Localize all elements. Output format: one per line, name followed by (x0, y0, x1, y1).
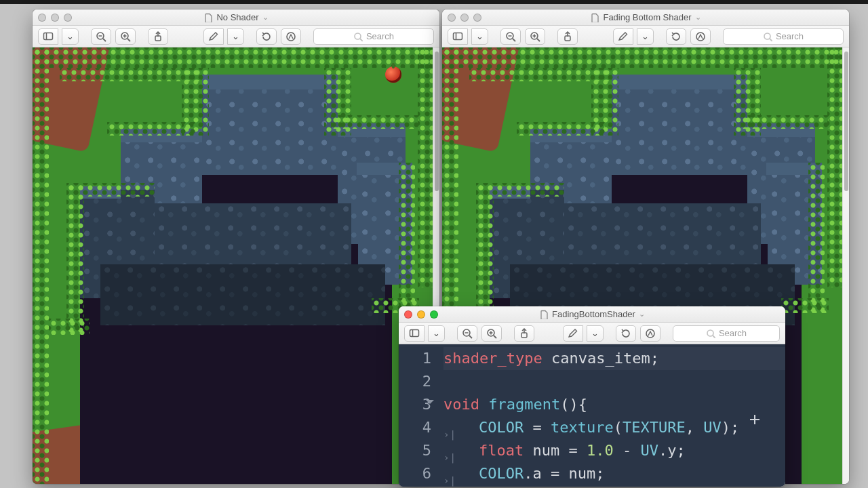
markup-toggle-button[interactable] (281, 28, 301, 45)
window-title: No Shader (216, 12, 258, 22)
code-line[interactable]: ›|float num = 1.0 - UV.y; (443, 439, 785, 462)
code-token-num: 1.0 (587, 442, 614, 459)
search-input[interactable]: Search (313, 28, 434, 45)
code-token-op: ; (650, 350, 659, 367)
markup-pencil-button[interactable] (613, 28, 633, 45)
search-placeholder: Search (776, 31, 804, 41)
rotate-button[interactable] (616, 325, 636, 342)
code-token-op: ( (614, 419, 623, 436)
code-token-op: = (524, 419, 551, 436)
sidebar-button[interactable] (38, 28, 58, 45)
code-token-var: canvas_item (542, 350, 650, 367)
chevron-down-icon[interactable]: ⌄ (262, 13, 269, 22)
code-token-fn: fragment (488, 396, 560, 413)
code-line[interactable]: void fragment(){ (443, 393, 785, 416)
chevron-down-icon[interactable]: ⌄ (695, 13, 701, 22)
code-area[interactable]: 123456 shader_type canvas_item;void frag… (399, 344, 785, 487)
code-line[interactable]: shader_type canvas_item; (443, 347, 785, 370)
markup-dropdown[interactable]: ⌄ (587, 325, 604, 342)
window-no-shader: No Shader ⌄ ⌄ ⌄ Search (33, 9, 439, 484)
code-token-op: .a = num; (524, 465, 604, 482)
sidebar-button[interactable] (404, 325, 425, 342)
rotate-button[interactable] (256, 28, 277, 45)
code-token-op: , (686, 419, 704, 436)
text-cursor-icon (750, 415, 760, 424)
code-line[interactable]: ›|COLOR = texture(TEXTURE, UV); (443, 416, 785, 439)
code-token-const: COLOR (479, 419, 524, 436)
search-input[interactable]: Search (723, 28, 844, 45)
chevron-down-icon[interactable]: ⌄ (639, 310, 645, 319)
toolbar: ⌄ ⌄ Search (399, 323, 785, 344)
zoom-dot-inactive[interactable] (64, 14, 72, 22)
zoom-in-button[interactable] (481, 325, 502, 342)
toolbar: ⌄ ⌄ Search (442, 26, 849, 47)
zoom-out-button[interactable] (500, 28, 521, 45)
titlebar[interactable]: Fading Bottom Shader ⌄ (442, 9, 849, 26)
close-dot[interactable] (404, 310, 412, 319)
search-icon (353, 32, 363, 41)
code-token-kw: shader_type (443, 350, 542, 367)
top-app-strip (0, 0, 868, 4)
zoom-in-button[interactable] (115, 28, 136, 45)
share-button[interactable] (514, 325, 534, 342)
minimize-dot-inactive[interactable] (51, 14, 59, 22)
zoom-out-button[interactable] (457, 325, 477, 342)
code-token-fn: texture (551, 419, 614, 436)
code-token-const: UV (640, 442, 658, 459)
code-token-op: (){ (560, 396, 587, 413)
preview-viewport[interactable] (33, 47, 433, 484)
markup-dropdown[interactable]: ⌄ (637, 28, 654, 45)
window-title: FadingBottomShader (552, 309, 635, 319)
code-token-var: num (524, 442, 568, 459)
search-placeholder: Search (719, 328, 747, 338)
line-number: 3 (399, 393, 431, 416)
share-button[interactable] (148, 28, 168, 45)
window-title: Fading Bottom Shader (603, 12, 691, 22)
sidebar-dropdown[interactable]: ⌄ (62, 28, 79, 45)
code-token-const: COLOR (479, 465, 524, 482)
code-token-kw: float (479, 442, 524, 459)
titlebar[interactable]: No Shader ⌄ (33, 9, 439, 26)
code-line[interactable]: ›|COLOR.a = num; (443, 462, 785, 485)
markup-toggle-button[interactable] (640, 325, 660, 342)
code-token-const: UV (703, 419, 722, 436)
search-icon (763, 32, 772, 41)
code-gutter: 123456 (399, 347, 438, 487)
titlebar[interactable]: FadingBottomShader ⌄ (399, 306, 785, 323)
rotate-button[interactable] (666, 28, 686, 45)
code-token-kw: void (443, 396, 479, 413)
minimize-dot-inactive[interactable] (460, 14, 469, 22)
markup-dropdown[interactable]: ⌄ (227, 28, 244, 45)
zoom-in-button[interactable] (525, 28, 545, 45)
window-code-editor: FadingBottomShader ⌄ ⌄ ⌄ Search 123456 s… (399, 306, 785, 487)
document-icon (539, 310, 549, 319)
markup-pencil-button[interactable] (203, 28, 224, 45)
line-number: 1 (399, 347, 431, 370)
search-placeholder: Search (366, 31, 394, 41)
sidebar-button[interactable] (448, 28, 468, 45)
zoom-dot[interactable] (430, 310, 438, 319)
zoom-out-button[interactable] (91, 28, 111, 45)
code-lines[interactable]: shader_type canvas_item;void fragment(){… (438, 347, 785, 487)
line-number: 5 (399, 439, 431, 462)
close-dot-inactive[interactable] (38, 14, 46, 22)
zoom-dot-inactive[interactable] (473, 14, 481, 22)
share-button[interactable] (557, 28, 578, 45)
code-token-const: TEXTURE (623, 419, 686, 436)
vertical-scrollbar[interactable] (842, 47, 849, 484)
markup-toggle-button[interactable] (690, 28, 711, 45)
document-icon (590, 13, 599, 22)
toolbar: ⌄ ⌄ Search (33, 26, 439, 47)
code-line[interactable] (443, 370, 785, 393)
code-token-var (479, 396, 488, 413)
document-icon (203, 13, 213, 22)
code-token-op: - (614, 442, 641, 459)
sidebar-dropdown[interactable]: ⌄ (428, 325, 445, 342)
markup-pencil-button[interactable] (563, 325, 583, 342)
close-dot-inactive[interactable] (448, 14, 456, 22)
minimize-dot[interactable] (417, 310, 425, 319)
search-input[interactable]: Search (673, 325, 780, 342)
line-number: 6 (399, 462, 431, 485)
code-token-op: .y; (658, 442, 686, 459)
sidebar-dropdown[interactable]: ⌄ (471, 28, 488, 45)
